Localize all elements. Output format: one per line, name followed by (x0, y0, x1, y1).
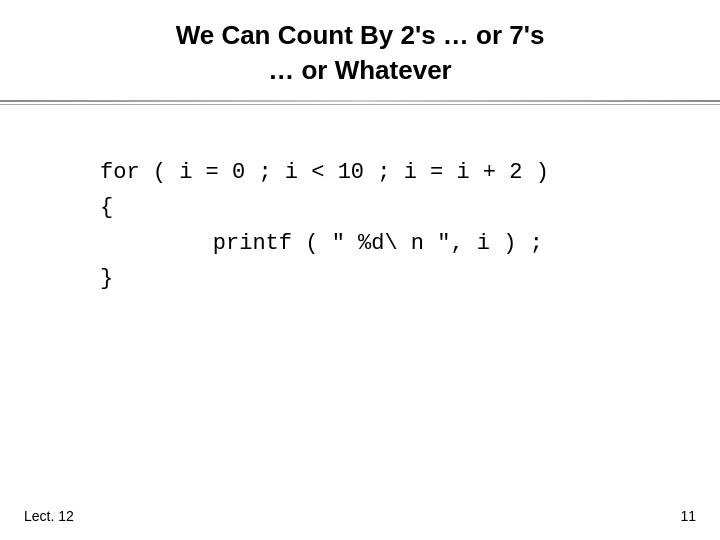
code-line-3: printf ( " %d\ n ", i ) ; (100, 226, 640, 261)
title-area: We Can Count By 2's … or 7's … or Whatev… (0, 0, 720, 100)
divider-top (0, 100, 720, 102)
code-line-4: } (100, 261, 640, 296)
footer-page-number: 11 (680, 508, 696, 524)
code-line-2: { (100, 190, 640, 225)
footer-lecture: Lect. 12 (24, 508, 74, 524)
code-block: for ( i = 0 ; i < 10 ; i = i + 2 ) { pri… (100, 155, 640, 296)
slide-title: We Can Count By 2's … or 7's … or Whatev… (40, 18, 680, 88)
code-line-1: for ( i = 0 ; i < 10 ; i = i + 2 ) (100, 155, 640, 190)
footer: Lect. 12 11 (0, 508, 720, 524)
title-line2: … or Whatever (268, 55, 452, 85)
title-line1: We Can Count By 2's … or 7's (176, 20, 545, 50)
slide: We Can Count By 2's … or 7's … or Whatev… (0, 0, 720, 540)
content-area: for ( i = 0 ; i < 10 ; i = i + 2 ) { pri… (0, 105, 720, 316)
